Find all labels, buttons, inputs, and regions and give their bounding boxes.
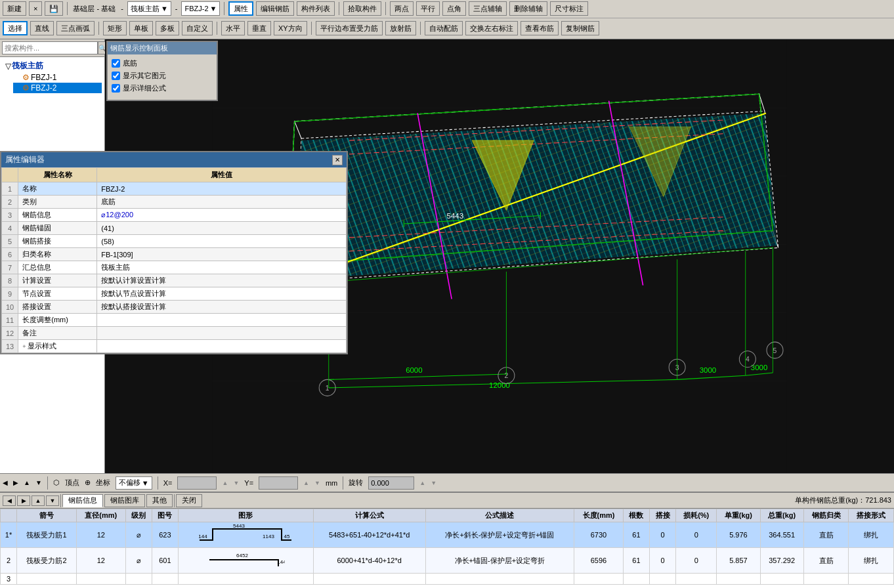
rotate-input[interactable] bbox=[368, 476, 414, 490]
radial-button[interactable]: 放射筋 bbox=[385, 21, 416, 35]
rotate-spin-down[interactable]: ▼ bbox=[431, 480, 436, 486]
item-dropdown[interactable]: FBZJ-2 ▼ bbox=[181, 1, 220, 16]
row-fignum-2 bbox=[152, 574, 178, 585]
row-type-1: 直筋 bbox=[803, 548, 849, 574]
two-point-button[interactable]: 两点 bbox=[390, 1, 414, 16]
save-button[interactable]: 💾 bbox=[45, 1, 63, 16]
delete-axis-button[interactable]: 删除辅轴 bbox=[509, 1, 547, 16]
single-button[interactable]: 单板 bbox=[129, 21, 153, 35]
nav-prev-button[interactable]: ◀ bbox=[3, 495, 16, 506]
prop-value-2[interactable]: ⌀12@200 bbox=[97, 209, 347, 222]
row-grade-0: ⌀ bbox=[125, 522, 152, 548]
props-close-button[interactable]: ✕ bbox=[332, 155, 343, 165]
row-total-weight-0: 364.551 bbox=[760, 522, 803, 548]
edit-rebar-button[interactable]: 编辑钢筋 bbox=[256, 1, 294, 16]
tab-rebar-info[interactable]: 钢筋信息 bbox=[62, 494, 103, 507]
pick-button[interactable]: 拾取构件 bbox=[343, 1, 381, 16]
property-button[interactable]: 属性 bbox=[228, 1, 253, 16]
search-input[interactable] bbox=[2, 41, 98, 54]
rotate-spin-up[interactable]: ▲ bbox=[419, 480, 425, 486]
rebar-row-0[interactable]: 1*筏板受力筋112⌀62314454431143455483+651-40+1… bbox=[1, 522, 894, 548]
close-bottom-button[interactable]: 关闭 bbox=[176, 494, 202, 507]
check2-input[interactable] bbox=[112, 72, 120, 80]
prop-value-3[interactable]: (41) bbox=[97, 222, 347, 235]
rect-button[interactable]: 矩形 bbox=[103, 21, 127, 35]
props-table: 属性名称 属性值 1名称FBZJ-22类别底筋3钢筋信息⌀12@2004钢筋锚固… bbox=[1, 167, 347, 353]
svg-text:12000: 12000 bbox=[489, 381, 510, 389]
three-point-axis-button[interactable]: 三点辅轴 bbox=[469, 1, 507, 16]
row-formula-1: 6000+41*d-40+12*d bbox=[313, 548, 425, 574]
tab-rebar-library[interactable]: 钢筋图库 bbox=[104, 494, 145, 507]
check1-label: 底筋 bbox=[123, 58, 137, 68]
x-spin-up[interactable]: ▲ bbox=[222, 480, 228, 486]
check1-input[interactable] bbox=[112, 59, 120, 68]
prop-value-8[interactable]: 按默认节点设置计算 bbox=[97, 287, 347, 301]
nav-up-button[interactable]: ▲ bbox=[32, 495, 45, 506]
copy-rebar-button[interactable]: 复制钢筋 bbox=[561, 21, 599, 35]
status-sep3 bbox=[343, 476, 343, 490]
row-overlap-type-2 bbox=[849, 574, 894, 585]
rebar-grid[interactable]: 箭号 直径(mm) 级别 图号 图形 计算公式 公式描述 长度(mm) 根数 搭… bbox=[0, 509, 894, 588]
svg-text:5443: 5443 bbox=[447, 212, 463, 220]
new-button[interactable]: 新建 bbox=[3, 1, 26, 16]
exchange-lr-button[interactable]: 交换左右标注 bbox=[465, 21, 518, 35]
rebar-check3[interactable]: 显示详细公式 bbox=[112, 83, 213, 93]
x-input[interactable] bbox=[177, 476, 217, 490]
row-total-weight-1: 357.292 bbox=[760, 548, 803, 574]
check-rebar-button[interactable]: 查看布筋 bbox=[521, 21, 559, 35]
parallel-button[interactable]: 平行 bbox=[416, 1, 440, 16]
status-sep2 bbox=[158, 476, 158, 490]
prop-value-9[interactable]: 按默认搭接设置计算 bbox=[97, 301, 347, 314]
select-button[interactable]: 选择 bbox=[3, 21, 28, 35]
tree-item1[interactable]: ⚙ FBZJ-1 bbox=[13, 72, 102, 83]
prop-value-7[interactable]: 按默认计算设置计算 bbox=[97, 274, 347, 287]
vertical-button[interactable]: 垂直 bbox=[247, 21, 271, 35]
svg-text:144: 144 bbox=[199, 534, 208, 539]
multi-button[interactable]: 多板 bbox=[156, 21, 179, 35]
prop-value-0[interactable]: FBZJ-2 bbox=[97, 182, 347, 196]
col-header-name: 箭号 bbox=[17, 509, 77, 522]
tab-other[interactable]: 其他 bbox=[146, 494, 173, 507]
auto-match-button[interactable]: 自动配筋 bbox=[425, 21, 463, 35]
component-dropdown[interactable]: 筏板主筋 ▼ bbox=[127, 1, 171, 16]
nav-next-button[interactable]: ▶ bbox=[17, 495, 30, 506]
y-spin-down[interactable]: ▼ bbox=[314, 480, 320, 486]
component-list-button[interactable]: 构件列表 bbox=[297, 1, 335, 16]
rebar-row-2[interactable]: 3 bbox=[1, 574, 894, 585]
prop-value-4[interactable]: (58) bbox=[97, 235, 347, 248]
total-weight-label: 单构件钢筋总重(kg)：721.843 bbox=[795, 495, 891, 505]
rebar-check1[interactable]: 底筋 bbox=[112, 58, 213, 68]
layer-label: 基础层 - 基础 bbox=[72, 4, 117, 14]
check3-input[interactable] bbox=[112, 84, 120, 93]
close-tab-button[interactable]: × bbox=[29, 1, 42, 16]
move-mode-dropdown[interactable]: 不偏移 ▼ bbox=[116, 476, 152, 490]
horizontal-button[interactable]: 水平 bbox=[221, 21, 245, 35]
point-angle-button[interactable]: 点角 bbox=[442, 1, 466, 16]
coord-icon: ⊕ bbox=[85, 478, 91, 487]
three-point-arc-button[interactable]: 三点画弧 bbox=[56, 21, 95, 35]
prop-value-1[interactable]: 底筋 bbox=[97, 196, 347, 209]
nav-down-button[interactable]: ▼ bbox=[46, 495, 59, 506]
col-header-overlap: 搭接 bbox=[650, 509, 676, 522]
prop-value-6[interactable]: 筏板主筋 bbox=[97, 261, 347, 274]
custom-button[interactable]: 自定义 bbox=[182, 21, 213, 35]
prop-name-11: 备注 bbox=[18, 327, 97, 340]
prop-value-5[interactable]: FB-1[309] bbox=[97, 248, 347, 261]
rebar-check2[interactable]: 显示其它图元 bbox=[112, 71, 213, 81]
check2-label: 显示其它图元 bbox=[123, 71, 166, 81]
x-spin-down[interactable]: ▼ bbox=[233, 480, 239, 486]
line-button[interactable]: 直线 bbox=[30, 21, 54, 35]
y-input[interactable] bbox=[259, 476, 298, 490]
tree-root[interactable]: ▽ 筏板主筋 bbox=[3, 60, 102, 72]
prop-value-11[interactable] bbox=[97, 327, 347, 340]
y-spin-up[interactable]: ▲ bbox=[303, 480, 309, 486]
prop-value-12[interactable] bbox=[97, 340, 347, 353]
dimension-button[interactable]: 尺寸标注 bbox=[550, 1, 588, 16]
xy-dir-button[interactable]: XY方向 bbox=[274, 21, 307, 35]
rebar-row-1[interactable]: 2筏板受力筋212⌀60164521446000+41*d-40+12*d净长+… bbox=[1, 548, 894, 574]
parallel-edge-button[interactable]: 平行边布置受力筋 bbox=[316, 21, 383, 35]
col-header-grade: 级别 bbox=[125, 509, 152, 522]
prop-value-10[interactable] bbox=[97, 314, 347, 327]
tree-item2[interactable]: ⚙ FBZJ-2 bbox=[13, 83, 102, 93]
row-shape-1: 6452144 bbox=[178, 548, 313, 574]
